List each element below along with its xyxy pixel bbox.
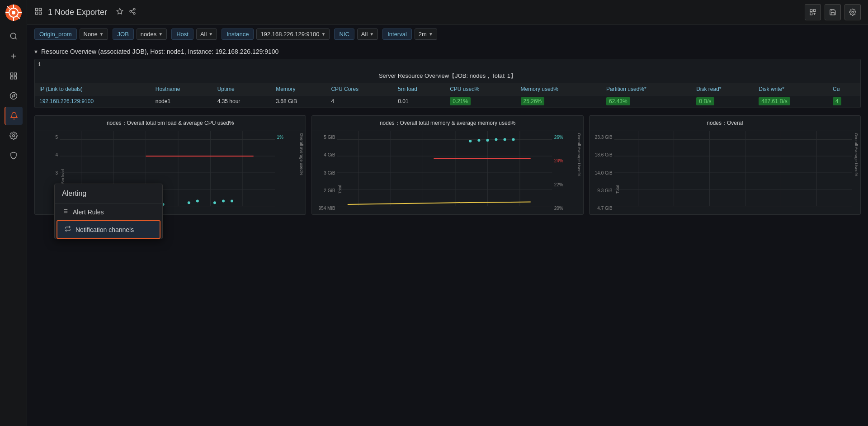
none-select[interactable]: None ▼ (80, 28, 108, 40)
notification-channels-icon (65, 226, 71, 233)
topbar: 1 Node Exporter (27, 0, 868, 25)
chart-memory-canvas: Total (337, 131, 552, 214)
alert-rules-item[interactable]: Alert Rules (55, 204, 162, 220)
page-title: 1 Node Exporter (48, 8, 107, 17)
svg-point-17 (10, 93, 17, 99)
info-icon: ℹ (38, 61, 41, 67)
svg-rect-14 (14, 73, 16, 75)
notification-channels-label: Notification channels (75, 226, 134, 233)
col-cpu-cores: CPU Cores (326, 83, 393, 95)
cell-cpu-used: 0.21% (445, 95, 516, 108)
svg-point-26 (130, 10, 132, 12)
cell-hostname: node1 (151, 95, 213, 108)
host-chevron: ▼ (208, 32, 213, 37)
settings-button[interactable] (844, 4, 861, 20)
svg-point-67 (478, 139, 481, 142)
svg-point-19 (12, 135, 14, 137)
grafana-logo[interactable] (5, 4, 23, 22)
chart-cpu-right-axis: 1% (275, 131, 297, 214)
svg-point-51 (222, 200, 225, 203)
cell-partition-used: 62.43% (602, 95, 692, 108)
svg-rect-13 (10, 73, 13, 75)
col-cu: Cu (828, 83, 860, 95)
host-label: Host (171, 28, 193, 40)
dashboard-content: ▾ Resource Overview (associated JOB), Ho… (27, 43, 868, 426)
svg-point-27 (133, 13, 135, 14)
svg-point-68 (486, 139, 489, 142)
main-content: 1 Node Exporter (27, 0, 868, 426)
notification-channels-item[interactable]: Notification channels (57, 220, 160, 239)
chart-partial-title: nodes：Overal (590, 116, 860, 131)
svg-marker-24 (117, 8, 123, 14)
sidebar-settings[interactable] (5, 127, 23, 145)
chart-memory-y-axis: 5 GiB 4 GiB 3 GiB 2 GiB 954 MiB (312, 131, 337, 214)
svg-point-52 (231, 200, 233, 203)
svg-point-71 (512, 138, 515, 141)
table-panel-title: Server Resource Overview【JOB: nodes，Tota… (35, 69, 860, 83)
svg-point-48 (188, 201, 190, 204)
sidebar-shield[interactable] (5, 147, 23, 165)
svg-rect-30 (810, 9, 812, 12)
job-select[interactable]: nodes ▼ (137, 28, 167, 40)
add-panel-button[interactable] (805, 4, 821, 20)
chart-memory-title: nodes：Overall total memory & average mem… (312, 116, 583, 131)
svg-line-28 (132, 12, 134, 13)
right-label-cpu: Overall average used% (297, 131, 306, 214)
interval-select[interactable]: 2m ▼ (415, 28, 437, 40)
none-chevron: ▼ (99, 32, 104, 37)
nic-select[interactable]: All ▼ (357, 28, 378, 40)
svg-point-69 (495, 138, 498, 141)
cell-cu: 4 (828, 95, 860, 108)
col-memory: Memory (271, 83, 326, 95)
svg-rect-20 (35, 8, 38, 10)
sidebar-add[interactable] (5, 47, 23, 65)
sidebar-alerting[interactable] (5, 107, 23, 125)
col-partition-used: Partition used%* (602, 83, 692, 95)
col-ip: IP (Link to details) (35, 83, 151, 95)
host-select[interactable]: All ▼ (196, 28, 217, 40)
col-hostname: Hostname (151, 83, 213, 95)
col-5m-load: 5m load (393, 83, 445, 95)
cell-memory-used: 25.26% (516, 95, 602, 108)
sidebar-explore[interactable] (5, 87, 23, 105)
svg-rect-23 (39, 12, 42, 14)
svg-rect-16 (14, 77, 16, 79)
sidebar (0, 0, 27, 426)
svg-line-73 (455, 202, 531, 203)
svg-rect-32 (810, 13, 812, 15)
cell-disk-write: 487.61 B/s (754, 95, 828, 108)
col-cpu-used: CPU used% (445, 83, 516, 95)
col-uptime: Uptime (213, 83, 272, 95)
interval-chevron: ▼ (429, 32, 433, 37)
chart-memory-body: 5 GiB 4 GiB 3 GiB 2 GiB 954 MiB (312, 131, 583, 214)
chart-memory-right-axis: 26% 24% 22% 20% (552, 131, 575, 214)
col-disk-write: Disk write* (754, 83, 828, 95)
section-title: Resource Overview (associated JOB), Host… (41, 48, 278, 55)
chart-partial: nodes：Overal 23.3 GiB 18.6 GiB 14.0 GiB … (589, 115, 861, 215)
save-button[interactable] (825, 4, 841, 20)
cell-disk-read: 0 B/s (692, 95, 754, 108)
svg-line-72 (348, 203, 455, 204)
y-label-memory: Total (338, 185, 342, 194)
share-icon[interactable] (129, 8, 136, 17)
star-icon[interactable] (116, 8, 123, 17)
alert-rules-label: Alert Rules (73, 208, 104, 216)
filterbar: Origin_prom None ▼ JOB nodes ▼ Host All … (27, 25, 868, 43)
topbar-actions (805, 4, 861, 20)
cell-ip[interactable]: 192.168.226.129:9100 (35, 95, 151, 108)
alerting-title: Alerting (55, 184, 162, 204)
chart-memory: nodes：Overall total memory & average mem… (311, 115, 583, 215)
svg-line-10 (15, 38, 16, 39)
instance-select[interactable]: 192.168.226.129:9100 ▼ (256, 28, 330, 40)
svg-rect-21 (39, 8, 42, 10)
right-label-partial: Overall Average Used% (852, 131, 860, 214)
section-chevron[interactable]: ▾ (34, 48, 38, 55)
nic-chevron: ▼ (369, 32, 374, 37)
chart-partial-y-axis: 23.3 GiB 18.6 GiB 14.0 GiB 9.3 GiB 4.7 G… (590, 131, 614, 214)
right-label-memory: Overall Average Used% (575, 131, 583, 214)
alert-rules-icon (62, 208, 68, 216)
cell-memory: 3.68 GiB (271, 95, 326, 108)
resource-table: IP (Link to details) Hostname Uptime Mem… (35, 83, 860, 108)
sidebar-dashboards[interactable] (5, 67, 23, 85)
sidebar-search[interactable] (5, 27, 23, 45)
